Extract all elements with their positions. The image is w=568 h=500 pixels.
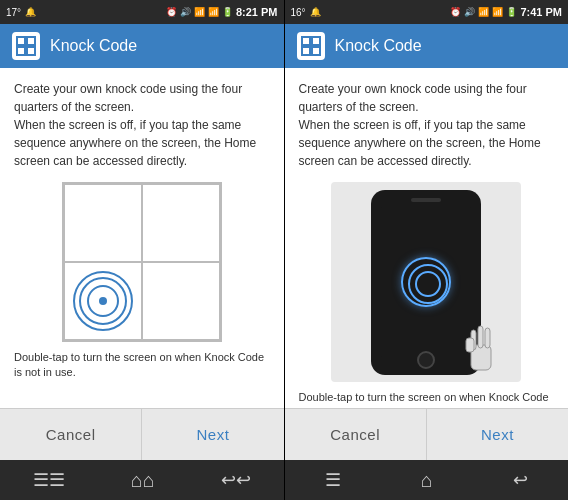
phone-home-button [417, 351, 435, 369]
time-left: 8:21 PM [236, 6, 278, 18]
button-bar-right: Cancel Next [285, 408, 569, 460]
cancel-button-left[interactable]: Cancel [0, 409, 142, 460]
svg-rect-0 [17, 37, 25, 45]
wifi-icon-left: 📶 [194, 7, 205, 17]
svg-rect-2 [17, 47, 25, 55]
knock-code-icon-right [301, 36, 321, 56]
volume-icon-left: 🔊 [180, 7, 191, 17]
notification-icon-right: 🔔 [310, 7, 321, 17]
next-button-right[interactable]: Next [427, 409, 568, 460]
back-icon-left[interactable]: ↩ [221, 469, 251, 491]
status-right-right: ⏰ 🔊 📶 📶 🔋 7:41 PM [450, 6, 562, 18]
menu-icon-right[interactable]: ☰ [325, 469, 341, 491]
content-left: Create your own knock code using the fou… [0, 68, 284, 408]
next-button-left[interactable]: Next [142, 409, 283, 460]
title-text-right: Knock Code [335, 37, 422, 55]
phone-speaker [411, 198, 441, 202]
svg-rect-4 [302, 37, 310, 45]
signal-icon-right: 📶 [492, 7, 503, 17]
signal-icon-left: 📶 [208, 7, 219, 17]
svg-rect-6 [302, 47, 310, 55]
nav-bar-right: ☰ ⌂ ↩ [285, 460, 569, 500]
grid-cell-tl [64, 184, 142, 262]
svg-rect-1 [27, 37, 35, 45]
status-bar-left: 17° 🔔 ⏰ 🔊 📶 📶 🔋 8:21 PM [0, 0, 284, 24]
cancel-button-right[interactable]: Cancel [285, 409, 427, 460]
phone-ring [401, 257, 451, 307]
svg-rect-10 [478, 326, 483, 348]
home-icon-right[interactable]: ⌂ [421, 469, 433, 492]
nav-bar-left: ☰ ⌂ ↩ [0, 460, 284, 500]
knock-ring [73, 271, 133, 331]
svg-rect-5 [312, 37, 320, 45]
ring-center [99, 297, 107, 305]
svg-rect-3 [27, 47, 35, 55]
status-bar-right: 16° 🔔 ⏰ 🔊 📶 📶 🔋 7:41 PM [285, 0, 569, 24]
button-bar-left: Cancel Next [0, 408, 284, 460]
wifi-icon-right: 📶 [478, 7, 489, 17]
time-right: 7:41 PM [520, 6, 562, 18]
temp-right: 16° [291, 7, 306, 18]
grid-cell-tr [142, 184, 220, 262]
svg-rect-12 [466, 338, 474, 352]
status-left-right: 16° 🔔 [291, 7, 321, 18]
home-icon-left[interactable]: ⌂ [131, 469, 155, 492]
content-right: Create your own knock code using the fou… [285, 68, 569, 408]
title-text-left: Knock Code [50, 37, 137, 55]
title-bar-right: Knock Code [285, 24, 569, 68]
sub-text-right: Double-tap to turn the screen on when Kn… [299, 390, 555, 408]
app-icon-left [12, 32, 40, 60]
knock-code-icon-left [16, 36, 36, 56]
description-right: Create your own knock code using the fou… [299, 80, 555, 170]
sub-text-left: Double-tap to turn the screen on when Kn… [14, 350, 270, 381]
temp-left: 17° [6, 7, 21, 18]
status-left-left: 17° 🔔 [6, 7, 36, 18]
description-left: Create your own knock code using the fou… [14, 80, 270, 170]
hand-cursor-icon [451, 310, 511, 380]
left-panel: 17° 🔔 ⏰ 🔊 📶 📶 🔋 8:21 PM Knock Code Creat… [0, 0, 284, 500]
grid-illustration [62, 182, 222, 342]
app-icon-right [297, 32, 325, 60]
phone-illustration [331, 182, 521, 382]
alarm-icon-left: ⏰ [166, 7, 177, 17]
right-panel: 16° 🔔 ⏰ 🔊 📶 📶 🔋 7:41 PM Knock Code Creat… [285, 0, 569, 500]
notification-icon-left: 🔔 [25, 7, 36, 17]
grid-cell-br [142, 262, 220, 340]
grid-cell-bl [64, 262, 142, 340]
menu-icon-left[interactable]: ☰ [33, 469, 65, 491]
battery-icon-left: 🔋 [222, 7, 233, 17]
volume-icon-right: 🔊 [464, 7, 475, 17]
svg-rect-7 [312, 47, 320, 55]
back-icon-right[interactable]: ↩ [513, 469, 528, 491]
battery-icon-right: 🔋 [506, 7, 517, 17]
alarm-icon-right: ⏰ [450, 7, 461, 17]
svg-rect-11 [485, 328, 490, 348]
status-right-left: ⏰ 🔊 📶 📶 🔋 8:21 PM [166, 6, 278, 18]
title-bar-left: Knock Code [0, 24, 284, 68]
